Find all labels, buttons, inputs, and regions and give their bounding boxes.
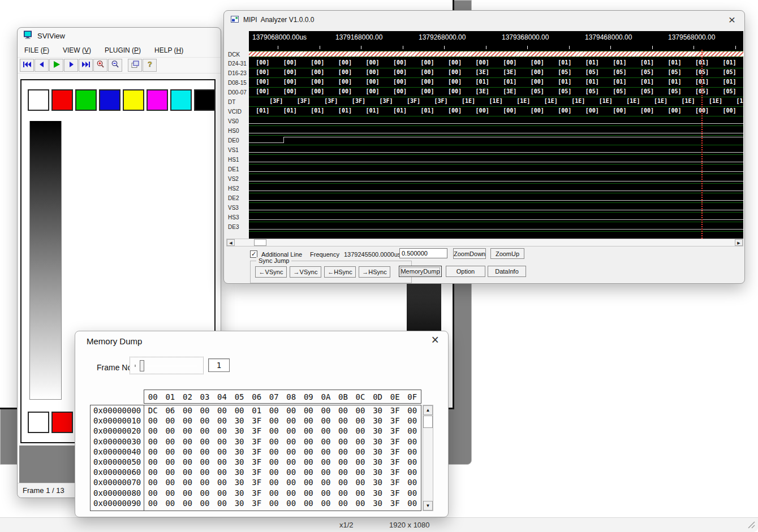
waveform-cursor-line[interactable]: [701, 50, 703, 239]
bus-value: [01]: [468, 79, 496, 85]
hex-byte: 00: [213, 416, 231, 425]
zoom-down-button[interactable]: ZoomDown: [453, 248, 486, 259]
hex-byte: 00: [179, 488, 196, 498]
go-first-button[interactable]: [20, 59, 34, 72]
signal-track-hs0: [249, 126, 743, 136]
hex-byte: 00: [352, 468, 369, 477]
vscroll-up-arrow-icon[interactable]: ▲: [423, 405, 433, 415]
hex-byte: 3F: [248, 488, 265, 498]
help-icon: ?: [146, 60, 154, 71]
waveform-hscrollbar[interactable]: ◀ ▶: [226, 239, 743, 246]
memory-dump-button[interactable]: MemoryDump: [399, 266, 442, 277]
bus-value: [3E]: [496, 69, 524, 75]
hex-byte: 00: [162, 488, 179, 498]
slider-thumb[interactable]: [140, 360, 144, 371]
hscroll-left-arrow-icon[interactable]: ◀: [227, 239, 235, 246]
hex-byte: 00: [317, 499, 335, 508]
sync-button[interactable]: →HSync: [359, 266, 390, 278]
hex-byte: 3F: [386, 406, 404, 415]
bus-value: [00]: [441, 69, 469, 75]
hex-byte: 00: [144, 478, 162, 487]
hex-byte: 00: [179, 457, 196, 466]
menu-item-file[interactable]: FILE (F): [24, 46, 49, 54]
go-next-button[interactable]: [64, 59, 78, 72]
menu-item-view[interactable]: VIEW (V): [63, 46, 91, 54]
sync-button[interactable]: ←VSync: [255, 266, 287, 278]
signal-label-dt: DT: [226, 97, 249, 107]
signal-line: [249, 133, 743, 133]
go-previous-button[interactable]: [35, 59, 49, 72]
memory-dump-close-icon[interactable]: ×: [432, 332, 439, 348]
hex-col-header: 0D: [369, 392, 386, 401]
go-last-button[interactable]: [79, 59, 93, 72]
bus-value: [3E]: [468, 88, 496, 94]
hex-byte: 00: [317, 457, 335, 466]
analyzer-titlebar[interactable]: MIPI Analyzer V1.0.0.0 ×: [224, 11, 744, 29]
hex-byte: 00: [317, 468, 335, 477]
vscroll-thumb[interactable]: [423, 416, 433, 428]
option-button[interactable]: Option: [446, 266, 485, 277]
hex-byte: 00: [265, 457, 283, 466]
timeline-timestamp: 1379068000.00us: [252, 33, 307, 41]
hex-byte: 00: [196, 416, 214, 425]
frames-icon: [131, 60, 140, 71]
hex-vscrollbar[interactable]: ▲ ▼: [423, 405, 433, 511]
hex-data-grid[interactable]: DC060000000001000000000000303F0000000000…: [144, 405, 421, 511]
hex-byte: 30: [231, 478, 248, 487]
bus-value: [05]: [551, 69, 579, 75]
sviview-titlebar[interactable]: SVIView: [18, 28, 221, 44]
frame-no-value[interactable]: 1: [208, 358, 230, 372]
timeline-tick: [610, 46, 611, 49]
hex-address: 0x00000070: [91, 477, 144, 487]
bus-value: [00]: [661, 107, 688, 114]
timeline-tick: [403, 46, 403, 49]
frame-no-label: Frame No: [97, 363, 132, 372]
zoom-in-button[interactable]: [93, 59, 107, 72]
vscroll-down-arrow-icon[interactable]: ▼: [423, 501, 433, 511]
bus-value: [05]: [551, 88, 579, 94]
analyzer-close-icon[interactable]: ×: [729, 12, 735, 27]
bus-value: [00]: [441, 88, 469, 94]
hex-byte: 3F: [386, 488, 404, 498]
go-last-icon: [81, 60, 91, 71]
signal-label-de0: DE0: [226, 136, 249, 145]
resize-grip-icon[interactable]: [748, 521, 755, 530]
sync-jump-label: Sync Jump: [256, 257, 291, 264]
menu-item-plugin[interactable]: PLUGIN (P): [105, 46, 141, 54]
zoom-up-button[interactable]: ZoomUp: [490, 248, 524, 259]
frames-button[interactable]: [128, 59, 142, 72]
sync-button[interactable]: ←HSync: [324, 266, 356, 278]
slider-tick: [135, 365, 136, 367]
waveform-view[interactable]: 1379068000.00us1379168000.001379268000.0…: [226, 31, 743, 239]
signal-line: [249, 191, 743, 191]
hex-byte: 30: [231, 468, 248, 477]
signal-track-vs1: [249, 145, 743, 155]
hex-row: 0000000000303F000000000000303F00: [144, 488, 421, 498]
signal-track-de3: [249, 222, 743, 232]
bus-value: [00]: [249, 59, 277, 66]
help-button[interactable]: ?: [143, 59, 157, 72]
hscroll-thumb[interactable]: [254, 239, 266, 246]
bus-value: [00]: [386, 59, 414, 66]
sviview-colorbar-top: [28, 89, 216, 111]
hex-byte: 3F: [386, 457, 404, 466]
analyzer-window-title: MIPI Analyzer V1.0.0.0: [243, 16, 314, 24]
zoom-factor-input[interactable]: [399, 248, 447, 258]
frame-no-slider[interactable]: [130, 357, 204, 374]
bus-value: [05]: [716, 88, 743, 94]
zoom-out-button[interactable]: [108, 59, 122, 72]
data-info-button[interactable]: DataInfo: [488, 266, 526, 277]
play-button[interactable]: [49, 59, 63, 72]
hex-byte: 00: [179, 406, 196, 415]
frequency-label: Frequency: [310, 251, 339, 258]
sync-button[interactable]: →VSync: [290, 266, 321, 278]
hex-byte: 00: [265, 406, 283, 415]
bus-value: [3F]: [427, 98, 455, 104]
menu-item-help[interactable]: HELP (H): [154, 46, 183, 54]
signal-track-hs3: [249, 213, 743, 222]
bus-value: [3F]: [400, 98, 428, 104]
hex-byte: 3F: [248, 426, 265, 435]
bus-value: [00]: [359, 69, 386, 75]
hscroll-right-arrow-icon[interactable]: ▶: [735, 239, 743, 246]
hex-address: 0x00000080: [91, 488, 144, 498]
